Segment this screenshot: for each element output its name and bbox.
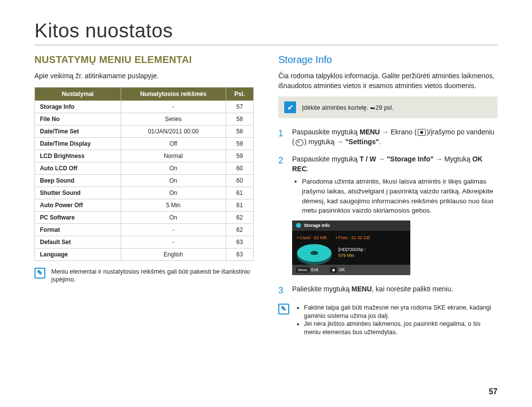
- table-row: LanguageEnglish63: [35, 248, 254, 260]
- cell-value: 5 Min: [121, 199, 226, 211]
- cell-page: 59: [226, 137, 254, 150]
- cell-value: Series: [121, 113, 226, 125]
- cell-name: Date/Time Display: [35, 137, 121, 150]
- panel-ok-btn-icon: ◆: [330, 267, 337, 273]
- step-2-bullet: Parodoma užimta atmintis, likusi laisva …: [302, 177, 498, 215]
- table-row: Beep SoundOn60: [35, 174, 254, 187]
- bottom-note-2: Jei nėra įkištos atminties laikmenos, jo…: [304, 320, 498, 337]
- table-row: Storage Info-57: [35, 100, 254, 113]
- insert-card-note: ✔ Įdėkite atminties kortelę. ➥29 psl.: [278, 96, 498, 118]
- cell-page: 57: [226, 100, 254, 113]
- cell-page: 60: [226, 174, 254, 187]
- cell-name: Format: [35, 223, 121, 236]
- cell-name: Auto Power Off: [35, 199, 121, 211]
- insert-card-page: 29 psl.: [375, 104, 394, 111]
- cell-name: File No: [35, 113, 121, 125]
- display-icon: [418, 129, 426, 136]
- table-row: Default Set-63: [35, 236, 254, 248]
- right-column: Storage Info Čia rodoma talpyklos inform…: [278, 54, 498, 337]
- t: ) mygtuką →: [304, 138, 345, 146]
- th-name: Nustatymai: [35, 87, 121, 100]
- t: MENU: [352, 285, 372, 293]
- cell-page: 63: [226, 248, 254, 260]
- t: MENU: [360, 128, 380, 136]
- table-row: LCD BrightnessNormal59: [35, 150, 254, 162]
- cell-page: 58: [226, 113, 254, 125]
- th-page: Psl.: [226, 87, 254, 100]
- storage-info-panel: Storage Info • Used : 62 MB • Free : 31.…: [292, 220, 410, 275]
- note-icon: ✎: [34, 268, 45, 279]
- step-1: 1 Paspauskite mygtuką MENU → Ekrano ()/į…: [278, 127, 498, 147]
- panel-exit: Exit: [311, 267, 318, 272]
- cell-value: On: [121, 174, 226, 187]
- table-row: Auto LCD OffOn60: [35, 162, 254, 174]
- th-value: Numatytosios reikšmės: [121, 87, 226, 100]
- left-note: ✎ Meniu elementai ir nustatytosios reikš…: [34, 268, 254, 284]
- cell-name: LCD Brightness: [35, 150, 121, 162]
- settings-menu-heading: Nustatymų meniu elementai: [34, 54, 254, 65]
- cell-value: On: [121, 162, 226, 174]
- t: .: [307, 165, 309, 173]
- underwater-icon: [296, 139, 303, 146]
- panel-resolution: [HD]720/25p :: [338, 247, 366, 253]
- t: T / W: [360, 155, 376, 163]
- table-row: Shutter SoundOn61: [35, 187, 254, 199]
- cell-name: Beep Sound: [35, 174, 121, 187]
- cell-value: Normal: [121, 150, 226, 162]
- t: →: [376, 155, 387, 163]
- t: "Settings": [345, 138, 379, 146]
- panel-minutes: 579 Min: [338, 253, 366, 259]
- t: → Mygtuką: [433, 155, 472, 163]
- page-title: Kitos nuostatos: [34, 20, 498, 45]
- cell-value: -: [121, 223, 226, 236]
- t: Paspauskite mygtuką: [292, 155, 360, 163]
- cell-value: 01/JAN/2011 00:00: [121, 125, 226, 137]
- panel-used: • Used : 62 MB: [297, 235, 327, 241]
- cell-value: -: [121, 236, 226, 248]
- cell-value: -: [121, 100, 226, 113]
- cell-page: 58: [226, 125, 254, 137]
- bottom-note-1: Faktinė talpa gali būti mažesnė nei yra …: [304, 304, 498, 320]
- t: , kai norėsite palikti meniu.: [372, 285, 453, 293]
- cell-name: Storage Info: [35, 100, 121, 113]
- panel-icon: [296, 223, 301, 228]
- settings-table: Nustatymai Numatytosios reikšmės Psl. St…: [34, 87, 254, 261]
- step-number: 1: [278, 127, 285, 147]
- cell-value: On: [121, 211, 226, 223]
- note-icon: ✎: [278, 304, 289, 314]
- step-number: 3: [278, 284, 285, 297]
- panel-menu-btn: Menu: [296, 267, 309, 273]
- cell-page: 62: [226, 211, 254, 223]
- page-number: 57: [489, 387, 498, 396]
- cell-page: 61: [226, 199, 254, 211]
- table-row: File NoSeries58: [35, 113, 254, 125]
- page-ref-arrow-icon: ➥: [370, 104, 375, 112]
- panel-ok: OK: [339, 267, 345, 272]
- t: Palieskite mygtuką: [292, 285, 352, 293]
- table-row: Date/Time Set01/JAN/2011 00:0058: [35, 125, 254, 137]
- storage-intro: Čia rodoma talpyklos informacija. Galite…: [278, 71, 498, 91]
- cell-page: 62: [226, 223, 254, 236]
- panel-free: • Free : 31.32 GB: [335, 235, 370, 241]
- cell-name: Shutter Sound: [35, 187, 121, 199]
- table-row: PC SoftwareOn62: [35, 211, 254, 223]
- steps-list: 1 Paspauskite mygtuką MENU → Ekrano ()/į…: [278, 127, 498, 297]
- t: Paspauskite mygtuką: [292, 128, 360, 136]
- bottom-notes: ✎ Faktinė talpa gali būti mažesnė nei yr…: [278, 304, 498, 337]
- cell-value: English: [121, 248, 226, 260]
- step-number: 2: [278, 154, 285, 277]
- cell-page: 59: [226, 150, 254, 162]
- step-3: 3 Palieskite mygtuką MENU, kai norėsite …: [278, 284, 498, 297]
- cell-value: Off: [121, 137, 226, 150]
- cell-page: 61: [226, 187, 254, 199]
- cell-value: On: [121, 187, 226, 199]
- step-2: 2 Paspauskite mygtuką T / W → "Storage I…: [278, 154, 498, 277]
- cell-name: Default Set: [35, 236, 121, 248]
- t: "Storage Info": [387, 155, 433, 163]
- cell-name: Date/Time Set: [35, 125, 121, 137]
- cell-name: Auto LCD Off: [35, 162, 121, 174]
- t: .: [379, 138, 381, 146]
- cell-page: 63: [226, 236, 254, 248]
- insert-card-text: Įdėkite atminties kortelę.: [302, 104, 368, 111]
- table-row: Format-62: [35, 223, 254, 236]
